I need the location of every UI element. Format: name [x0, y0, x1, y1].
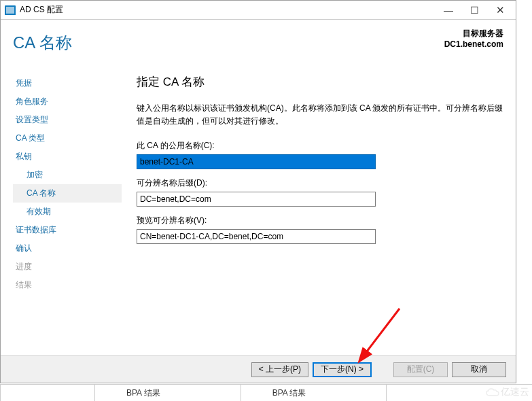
- section-title: 指定 CA 名称: [137, 74, 505, 90]
- target-server-value: DC1.benet.com: [444, 39, 503, 49]
- wizard-sidebar: 凭据 角色服务 设置类型 CA 类型 私钥 加密 CA 名称 有效期 证书数据库…: [13, 74, 122, 294]
- bpa-cell-2: BPA 结果: [241, 385, 387, 401]
- sidebar-item-results: 结果: [13, 276, 122, 294]
- button-bar: < 上一步(P) 下一步(N) > 配置(C) 取消: [1, 355, 516, 383]
- titlebar[interactable]: AD CS 配置 — ☐ ✕: [1, 1, 516, 20]
- common-name-input[interactable]: [137, 154, 376, 169]
- target-server-box: 目标服务器 DC1.benet.com: [444, 28, 503, 49]
- cloud-icon: [486, 387, 499, 397]
- dn-suffix-input[interactable]: [137, 192, 376, 207]
- preview-input: [137, 229, 376, 244]
- window-title: AD CS 配置: [20, 4, 436, 16]
- minimize-button[interactable]: —: [436, 2, 461, 18]
- description-text: 键入公用名称以标识该证书颁发机构(CA)。此名称将添加到该 CA 颁发的所有证书…: [137, 102, 505, 128]
- sidebar-item-ca-type[interactable]: CA 类型: [13, 129, 122, 147]
- wizard-window: AD CS 配置 — ☐ ✕ CA 名称 目标服务器 DC1.benet.com…: [0, 0, 516, 383]
- bpa-results-row: BPA 结果 BPA 结果: [0, 384, 532, 401]
- close-button[interactable]: ✕: [487, 2, 513, 18]
- sidebar-item-role-services[interactable]: 角色服务: [13, 92, 122, 111]
- dn-suffix-label: 可分辨名称后缀(D):: [137, 177, 505, 189]
- cancel-button[interactable]: 取消: [452, 362, 506, 377]
- sidebar-item-setup-type[interactable]: 设置类型: [13, 111, 122, 129]
- content-pane: 指定 CA 名称 键入公用名称以标识该证书颁发机构(CA)。此名称将添加到该 C…: [137, 74, 505, 383]
- app-icon: [5, 5, 16, 15]
- sidebar-item-private-key[interactable]: 私钥: [13, 147, 122, 166]
- sidebar-item-cryptography[interactable]: 加密: [13, 166, 122, 184]
- common-name-label: 此 CA 的公用名称(C):: [137, 140, 505, 152]
- sidebar-item-credentials[interactable]: 凭据: [13, 74, 122, 92]
- sidebar-item-validity[interactable]: 有效期: [13, 203, 122, 221]
- maximize-button[interactable]: ☐: [461, 2, 487, 18]
- sidebar-item-ca-name[interactable]: CA 名称: [13, 184, 122, 203]
- page-title: CA 名称: [13, 32, 72, 54]
- sidebar-item-progress: 进度: [13, 258, 122, 276]
- configure-button: 配置(C): [393, 362, 448, 377]
- preview-label: 预览可分辨名称(V):: [137, 215, 505, 226]
- watermark: 亿速云: [486, 386, 529, 398]
- previous-button[interactable]: < 上一步(P): [251, 362, 308, 377]
- sidebar-item-confirmation[interactable]: 确认: [13, 239, 122, 258]
- bpa-cell-1: BPA 结果: [95, 385, 241, 401]
- sidebar-item-cert-database[interactable]: 证书数据库: [13, 221, 122, 239]
- target-server-label: 目标服务器: [444, 28, 503, 39]
- next-button[interactable]: 下一步(N) >: [313, 362, 372, 377]
